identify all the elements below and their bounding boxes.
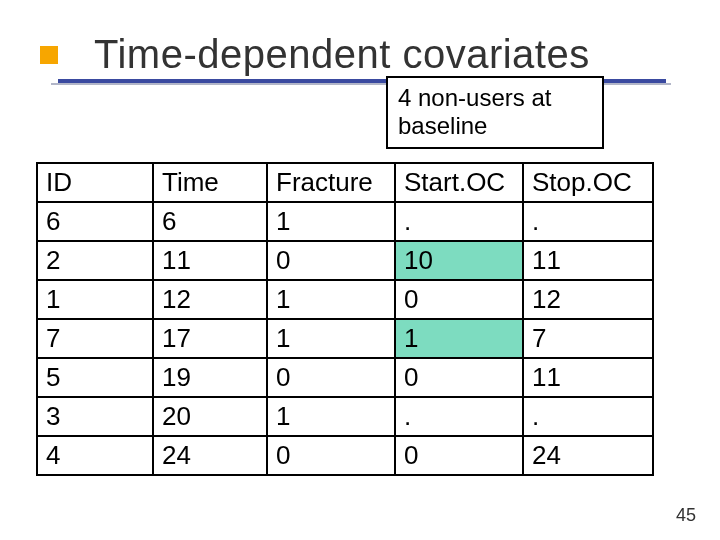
cell-id: 4 xyxy=(37,436,153,475)
table-row: 5190011 xyxy=(37,358,653,397)
cell-fracture: 0 xyxy=(267,358,395,397)
cell-time: 17 xyxy=(153,319,267,358)
cell-startoc: 0 xyxy=(395,358,523,397)
cell-startoc: . xyxy=(395,397,523,436)
col-stopoc: Stop.OC xyxy=(523,163,653,202)
cell-id: 2 xyxy=(37,241,153,280)
cell-stopoc: . xyxy=(523,202,653,241)
cell-fracture: 1 xyxy=(267,202,395,241)
bullet-icon xyxy=(40,46,58,64)
title-row: Time-dependent covariates xyxy=(0,0,720,77)
cell-time: 11 xyxy=(153,241,267,280)
cell-id: 5 xyxy=(37,358,153,397)
col-fracture: Fracture xyxy=(267,163,395,202)
col-id: ID xyxy=(37,163,153,202)
cell-fracture: 0 xyxy=(267,436,395,475)
cell-time: 12 xyxy=(153,280,267,319)
cell-fracture: 1 xyxy=(267,280,395,319)
table-row: 1121012 xyxy=(37,280,653,319)
table-row: 661.. xyxy=(37,202,653,241)
cell-stopoc: . xyxy=(523,397,653,436)
cell-startoc: . xyxy=(395,202,523,241)
callout-box: 4 non-users at baseline xyxy=(386,76,604,149)
cell-time: 19 xyxy=(153,358,267,397)
cell-stopoc: 11 xyxy=(523,358,653,397)
cell-time: 6 xyxy=(153,202,267,241)
table-row: 4240024 xyxy=(37,436,653,475)
table-row: 3201.. xyxy=(37,397,653,436)
col-startoc: Start.OC xyxy=(395,163,523,202)
cell-startoc: 1 xyxy=(395,319,523,358)
title-underline xyxy=(0,79,720,85)
cell-startoc: 0 xyxy=(395,280,523,319)
cell-time: 20 xyxy=(153,397,267,436)
cell-id: 7 xyxy=(37,319,153,358)
cell-startoc: 0 xyxy=(395,436,523,475)
cell-id: 1 xyxy=(37,280,153,319)
table-row: 21101011 xyxy=(37,241,653,280)
page-number: 45 xyxy=(676,505,696,526)
cell-stopoc: 24 xyxy=(523,436,653,475)
cell-id: 6 xyxy=(37,202,153,241)
table-row: 717117 xyxy=(37,319,653,358)
cell-time: 24 xyxy=(153,436,267,475)
page-title: Time-dependent covariates xyxy=(94,32,590,77)
cell-fracture: 1 xyxy=(267,397,395,436)
table-header-row: ID Time Fracture Start.OC Stop.OC xyxy=(37,163,653,202)
cell-stopoc: 12 xyxy=(523,280,653,319)
cell-id: 3 xyxy=(37,397,153,436)
cell-stopoc: 7 xyxy=(523,319,653,358)
cell-stopoc: 11 xyxy=(523,241,653,280)
cell-fracture: 1 xyxy=(267,319,395,358)
cell-fracture: 0 xyxy=(267,241,395,280)
cell-startoc: 10 xyxy=(395,241,523,280)
data-table: ID Time Fracture Start.OC Stop.OC 661..2… xyxy=(36,162,654,476)
col-time: Time xyxy=(153,163,267,202)
